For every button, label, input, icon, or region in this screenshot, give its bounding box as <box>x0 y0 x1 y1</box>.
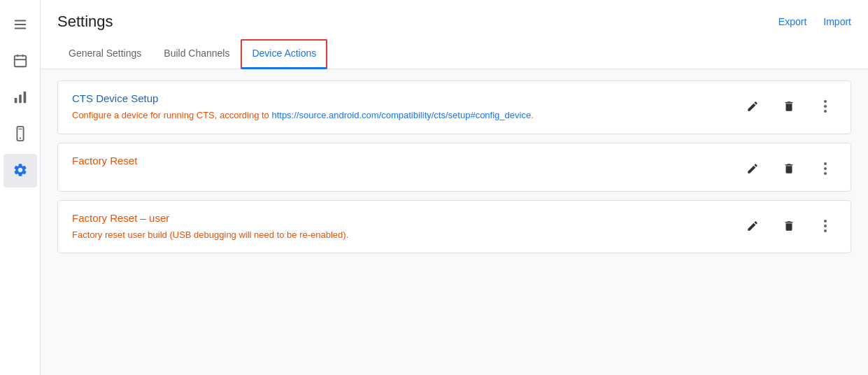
more-icon <box>824 100 827 113</box>
tab-general-settings[interactable]: General Settings <box>57 39 152 69</box>
sidebar-item-list[interactable] <box>3 8 37 42</box>
card-actions-factory-reset <box>741 155 837 180</box>
svg-rect-0 <box>14 20 26 21</box>
svg-rect-1 <box>14 24 26 25</box>
import-button[interactable]: Import <box>823 16 851 27</box>
delete-button-factory-reset-user[interactable] <box>778 215 800 237</box>
card-actions-factory-reset-user <box>741 212 837 237</box>
svg-rect-8 <box>19 94 22 103</box>
tab-device-actions[interactable]: Device Actions <box>241 39 327 69</box>
sidebar <box>0 0 41 375</box>
action-card-cts-device-setup: CTS Device Setup Configure a device for … <box>57 80 851 134</box>
svg-rect-3 <box>14 55 26 66</box>
card-link-cts[interactable]: https://source.android.com/compatibility… <box>271 110 531 120</box>
card-title-cts: CTS Device Setup <box>72 92 741 104</box>
content-area: CTS Device Setup Configure a device for … <box>41 69 868 375</box>
card-description-cts: Configure a device for running CTS, acco… <box>72 108 741 122</box>
edit-button-factory-reset-user[interactable] <box>741 215 764 237</box>
card-title-factory-reset-user: Factory Reset – user <box>72 212 741 224</box>
trash-icon <box>783 100 795 113</box>
pencil-icon <box>746 162 759 175</box>
edit-button-factory-reset[interactable] <box>741 157 764 180</box>
sidebar-item-settings[interactable] <box>3 154 37 188</box>
phone-icon <box>13 126 28 143</box>
svg-rect-12 <box>18 128 22 129</box>
trash-icon <box>783 220 795 232</box>
chart-icon <box>13 90 28 107</box>
card-content-cts: CTS Device Setup Configure a device for … <box>72 92 741 122</box>
svg-rect-2 <box>14 27 26 29</box>
action-card-factory-reset: Factory Reset <box>57 143 851 192</box>
action-card-factory-reset-user: Factory Reset – user Factory reset user … <box>57 200 851 254</box>
calendar-icon <box>13 53 28 71</box>
pencil-icon <box>746 100 759 113</box>
more-button-factory-reset-user[interactable] <box>814 215 837 237</box>
svg-rect-6 <box>14 59 26 60</box>
card-title-factory-reset: Factory Reset <box>72 155 741 167</box>
gear-icon <box>13 162 28 180</box>
pencil-icon <box>746 220 759 232</box>
svg-rect-7 <box>14 97 17 102</box>
page-title: Settings <box>57 13 113 31</box>
svg-rect-4 <box>17 54 18 57</box>
more-icon <box>824 162 827 175</box>
export-button[interactable]: Export <box>778 16 806 27</box>
svg-rect-5 <box>22 54 23 57</box>
card-actions-cts <box>741 92 837 118</box>
sidebar-item-calendar[interactable] <box>3 45 37 78</box>
edit-button-cts[interactable] <box>741 95 764 118</box>
trash-icon <box>783 162 795 175</box>
card-description-text-cts: Configure a device for running CTS, acco… <box>72 110 271 120</box>
more-button-cts[interactable] <box>814 95 837 118</box>
delete-button-cts[interactable] <box>778 95 800 118</box>
sidebar-item-phone[interactable] <box>3 118 37 151</box>
sidebar-item-chart[interactable] <box>3 81 37 115</box>
card-content-factory-reset-user: Factory Reset – user Factory reset user … <box>72 212 741 242</box>
card-content-factory-reset: Factory Reset <box>72 155 741 171</box>
list-icon <box>13 17 28 34</box>
tab-build-channels[interactable]: Build Channels <box>152 39 241 69</box>
delete-button-factory-reset[interactable] <box>778 157 800 180</box>
card-description-suffix-cts: . <box>531 110 534 120</box>
more-button-factory-reset[interactable] <box>814 157 837 180</box>
card-description-factory-reset-user: Factory reset user build (USB debugging … <box>72 228 741 242</box>
more-icon <box>824 220 827 232</box>
header-actions: Export Import <box>778 16 851 27</box>
svg-rect-9 <box>23 91 26 103</box>
svg-point-11 <box>19 137 20 139</box>
main-content: Settings Export Import General Settings … <box>41 0 868 375</box>
page-header: Settings Export Import <box>41 0 868 31</box>
tabs-bar: General Settings Build Channels Device A… <box>41 39 868 69</box>
